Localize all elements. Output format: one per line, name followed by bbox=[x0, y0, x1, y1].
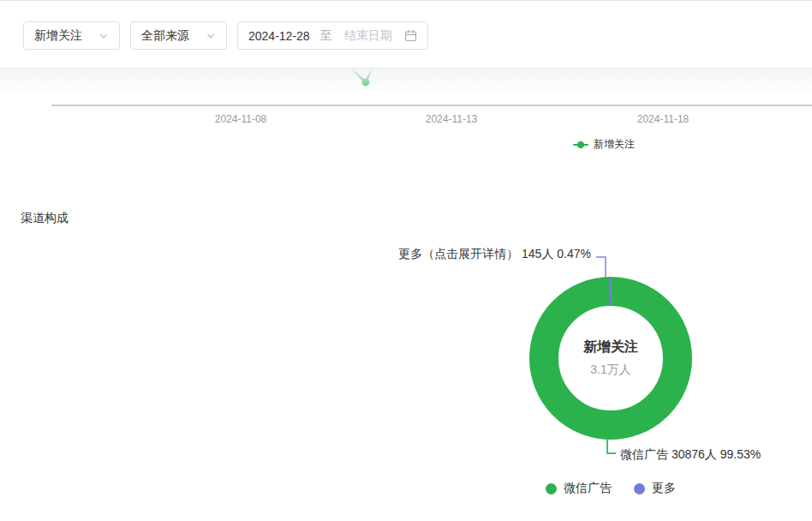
donut-legend: 微信广告 更多 bbox=[525, 481, 696, 496]
source-select-value: 全部来源 bbox=[141, 28, 189, 44]
legend-label: 更多 bbox=[652, 481, 676, 496]
trend-line-dip bbox=[341, 69, 394, 92]
chevron-down-icon bbox=[99, 31, 109, 41]
x-axis-tick: 2024-11-18 bbox=[624, 113, 702, 125]
donut-slice-wechat-ads[interactable] bbox=[544, 291, 678, 425]
metric-select[interactable]: 新增关注 bbox=[23, 21, 120, 50]
calendar-icon bbox=[404, 29, 417, 42]
source-select[interactable]: 全部来源 bbox=[130, 21, 227, 50]
x-axis-tick: 2024-11-08 bbox=[202, 113, 279, 125]
line-series-legend-icon bbox=[573, 139, 588, 151]
legend-item-more[interactable]: 更多 bbox=[634, 481, 676, 496]
leader-line-wechat-ads bbox=[606, 452, 616, 454]
channel-donut-chart bbox=[525, 272, 696, 444]
pie-label-more[interactable]: 更多（点击展开详情） 145人 0.47% bbox=[0, 247, 591, 262]
legend-label: 微信广告 bbox=[564, 481, 612, 496]
trend-legend-label: 新增关注 bbox=[594, 137, 635, 152]
date-range-picker[interactable]: 2024-12-28 至 结束日期 bbox=[237, 21, 428, 50]
date-separator: 至 bbox=[320, 28, 332, 44]
x-axis-line bbox=[51, 105, 812, 106]
pie-label-wechat-ads: 微信广告 30876人 99.53% bbox=[620, 447, 761, 463]
trend-legend-item[interactable]: 新增关注 bbox=[573, 137, 635, 152]
data-point-marker bbox=[362, 79, 370, 87]
start-date-value: 2024-12-28 bbox=[248, 29, 310, 43]
metric-select-value: 新增关注 bbox=[34, 28, 82, 44]
green-dot-icon bbox=[546, 483, 557, 494]
blue-dot-icon bbox=[634, 483, 645, 494]
section-title-channel: 渠道构成 bbox=[21, 211, 69, 226]
analytics-page: 新增关注 全部来源 2024-12-28 至 结束日期 bbox=[0, 0, 812, 521]
filter-bar: 新增关注 全部来源 2024-12-28 至 结束日期 bbox=[0, 1, 812, 68]
end-date-placeholder: 结束日期 bbox=[344, 28, 392, 44]
header-shadow bbox=[0, 68, 812, 97]
chevron-down-icon bbox=[206, 31, 216, 41]
x-axis-tick: 2024-11-13 bbox=[413, 113, 490, 125]
legend-item-wechat-ads[interactable]: 微信广告 bbox=[546, 481, 612, 496]
